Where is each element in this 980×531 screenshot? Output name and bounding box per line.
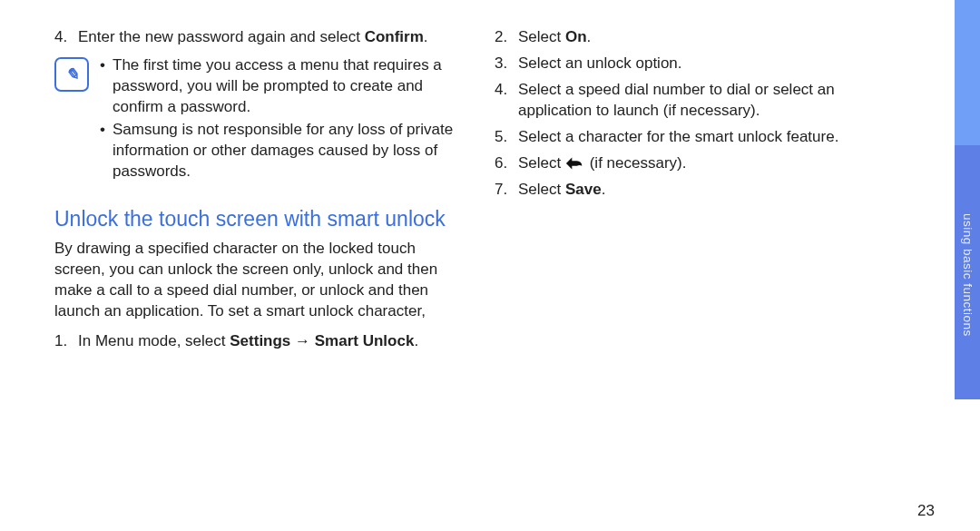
smart-unlock-step-4: 4. Select a speed dial number to dial or… [495, 80, 898, 122]
step-number: 2. [495, 27, 507, 48]
side-tab-upper [955, 0, 980, 145]
note-bullet-2: Samsung is not responsible for any loss … [100, 120, 458, 182]
step1-text-pre: In Menu mode, select [78, 332, 230, 349]
step-number: 3. [495, 54, 507, 74]
note-icon-glyph: ✎ [65, 64, 79, 84]
left-steps-list-2: 1. In Menu mode, select Settings → Smart… [54, 331, 458, 352]
step7-text-post: . [602, 181, 606, 198]
step-number: 4. [495, 80, 507, 101]
smart-unlock-step-6: 6. Select (if necessary). [495, 153, 898, 174]
password-step-4: 4. Enter the new password again and sele… [54, 27, 458, 48]
on-label: On [565, 28, 587, 45]
smart-unlock-intro: By drawing a specified character on the … [54, 239, 458, 322]
step-number: 4. [54, 27, 67, 48]
confirm-label: Confirm [365, 28, 424, 45]
smart-unlock-step-5: 5. Select a character for the smart unlo… [495, 127, 898, 148]
note-bullet-1: The first time you access a menu that re… [100, 55, 458, 118]
smart-unlock-step-1: 1. In Menu mode, select Settings → Smart… [54, 331, 458, 352]
step-number: 1. [54, 331, 67, 352]
note-bullets: The first time you access a menu that re… [100, 55, 458, 184]
right-steps-list: 2. Select On. 3. Select an unlock option… [495, 27, 898, 201]
left-column: 4. Enter the new password again and sele… [54, 27, 458, 358]
side-tabs: using basic functions [955, 0, 980, 531]
step4-text-pre: Enter the new password again and select [78, 28, 365, 45]
step6-text-post: (if necessary). [585, 154, 686, 172]
step7-text-pre: Select [518, 181, 565, 198]
note-icon: ✎ [54, 57, 89, 92]
step-number: 5. [495, 127, 507, 148]
right-column: 2. Select On. 3. Select an unlock option… [495, 27, 898, 358]
save-label: Save [565, 181, 602, 198]
step2-text-pre: Select [518, 28, 565, 45]
back-icon [565, 154, 585, 172]
step4-text: Select a speed dial number to dial or se… [518, 81, 835, 119]
smart-unlock-step-3: 3. Select an unlock option. [495, 54, 898, 74]
section-heading-smart-unlock: Unlock the touch screen with smart unloc… [54, 206, 458, 232]
content-columns: 4. Enter the new password again and sele… [0, 0, 980, 358]
step1-text-post: . [414, 332, 418, 349]
note-block: ✎ The first time you access a menu that … [54, 55, 458, 184]
left-steps-list: 4. Enter the new password again and sele… [54, 27, 458, 48]
manual-page: 4. Enter the new password again and sele… [0, 0, 980, 531]
step3-text: Select an unlock option. [518, 54, 682, 72]
step2-text-post: . [587, 28, 592, 45]
step6-text-pre: Select [518, 154, 565, 172]
step5-text: Select a character for the smart unlock … [518, 128, 838, 145]
smart-unlock-step-7: 7. Select Save. [495, 180, 898, 201]
step-number: 6. [495, 153, 507, 174]
step4-text-post: . [424, 28, 428, 45]
step-number: 7. [495, 180, 507, 201]
side-tab-label-container: using basic functions [956, 171, 978, 379]
smart-unlock-step-2: 2. Select On. [495, 27, 898, 48]
page-number: 23 [917, 502, 935, 520]
side-tab-label: using basic functions [961, 213, 975, 337]
settings-path-label: Settings → Smart Unlock [230, 332, 414, 349]
